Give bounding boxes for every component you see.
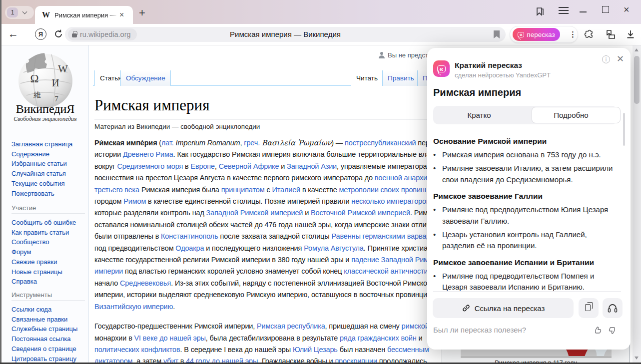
retell-logo-icon: « [433,60,450,77]
wiki-link[interactable]: Римом [123,197,146,205]
tab-discussion[interactable]: Обсуждение [120,70,171,86]
sidebar-link[interactable]: Ссылки сюда [11,305,85,315]
mode-brief[interactable]: Кратко [433,106,525,124]
more-options-icon[interactable]: ⋮ [569,30,577,39]
wiki-link[interactable]: Европе [190,162,215,170]
article-text: . В середине I века до нашей эры [180,346,293,354]
thumbs-up-icon[interactable] [594,326,602,335]
summary-bullet: •Римская империя основана в 753 году до … [433,149,618,160]
wiki-link[interactable]: Средиземного моря [117,162,183,170]
wiki-wordmark[interactable]: ВикипедиЯ [1,102,89,116]
sidebar-link[interactable]: Как править статьи [11,228,85,238]
url-chip[interactable]: ru.wikipedia.org [68,28,137,40]
sidebar-link[interactable]: Связанные правки [11,315,85,325]
wiki-link[interactable]: постреспубликанский [345,139,416,147]
extensions-puzzle-icon[interactable] [584,28,596,40]
retell-link-button[interactable]: Ссылка на пересказ [433,298,574,318]
downloads-icon[interactable] [625,29,636,40]
article-subtitle: Материал из Википедии — свободной энцикл… [94,123,260,130]
tab-group-control[interactable]: 1 [5,6,34,19]
info-icon[interactable]: i [602,55,610,63]
panel-scrollbar[interactable] [623,113,625,146]
wiki-link[interactable]: лат. [161,139,174,147]
wiki-link[interactable]: несколько императоров [351,197,430,205]
wiki-link[interactable]: классической античности [344,267,428,275]
wiki-link[interactable]: Византийскую империю [94,303,173,311]
browser-menu-icon[interactable] [559,7,569,16]
wiki-link[interactable]: Восточной Римской империей [311,209,410,217]
wiki-link[interactable]: Равенны германскими варварами [331,232,443,240]
wiki-link[interactable]: политических конфликтов [94,346,180,354]
wiki-link[interactable]: Италией [272,186,300,194]
yandex-button[interactable]: Я [35,28,46,40]
wiki-link[interactable]: Юлий Цезарь [293,346,338,354]
wiki-link[interactable]: Ромула Августула [304,244,364,252]
thumbs-down-icon[interactable] [608,326,617,335]
wiki-link[interactable]: метрополии своих провинций [339,186,437,194]
sidebar-link[interactable]: Форум [11,247,85,257]
wiki-link[interactable]: Средневековья [120,279,171,287]
wiki-link[interactable]: Северной Африке [219,162,279,170]
sidebar-link[interactable]: Пожертвовать [11,189,72,199]
sidebar-link[interactable]: Сообщить об ошибке [11,218,85,228]
sidebar-link[interactable]: Текущие события [11,179,72,189]
sidebar-link[interactable]: Случайная статья [11,169,72,179]
copy-button[interactable] [579,298,599,318]
summary-section-heading: Основание Римской империи [433,136,618,146]
retell-panel: « Краткий пересказ сделан нейросетью Yan… [427,48,631,350]
article-text: , была дестабилизирована в результате [206,334,340,342]
sidebar-link[interactable]: Постоянная ссылка [11,334,85,344]
scroll-down-arrow[interactable] [635,357,639,360]
wiki-link[interactable]: Римская республика [257,322,325,330]
wiki-link[interactable]: Западной Римской империей [206,209,303,217]
user-status[interactable]: Вы не предст [378,51,428,59]
wiki-link[interactable]: VI веке до нашей эры [134,334,206,342]
sidebar-panels-icon[interactable] [605,28,617,40]
listen-button[interactable] [603,298,623,318]
wikipedia-logo[interactable]: W Ω И 維 7 [14,51,76,109]
wiki-link[interactable]: греч. [244,139,260,147]
wiki-link[interactable]: Одоакра [175,244,204,252]
reload-button[interactable] [53,28,64,39]
nav-group-title: Участие [11,204,85,214]
article-text: , пришедшая на смену [325,322,402,330]
sidebar-link[interactable]: Содержание [11,149,72,159]
sidebar-link[interactable]: Заглавная страница [11,139,72,149]
browser-tab[interactable]: W Римская империя — Ви × [35,6,133,24]
person-icon [378,52,385,58]
address-bar[interactable]: Римская империя — Википедия ru.wikipedia… [65,27,506,42]
tab-read[interactable]: Читать [351,70,383,86]
wiki-link[interactable]: Древнего Рима [123,150,173,158]
sidebar-link[interactable]: Служебные страницы [11,324,85,334]
sidebar-link[interactable]: Сведения о странице [11,344,85,354]
wiki-link[interactable]: принципатом [221,186,265,194]
sidebar-link[interactable]: Справка [11,277,85,287]
retell-button[interactable]: « пересказ [513,28,560,41]
mode-detailed[interactable]: Подробно [525,106,617,124]
wiki-link[interactable]: Западной Азии [287,162,337,170]
page-scrollbar[interactable] [633,45,641,364]
wiki-link[interactable]: ряда гражданских войн [340,334,417,342]
sidebar-link[interactable]: Новые страницы [11,267,85,277]
new-tab-button[interactable]: + [139,6,145,19]
panels-icon[interactable] [535,6,546,17]
tab-close-icon[interactable]: × [119,10,124,19]
article-text: под властью германских королей условно з… [123,267,344,275]
window-close-button[interactable]: × [624,4,630,15]
wiki-link[interactable]: Константинополь [161,232,218,240]
summary-bullet: •Римляне завоевали Италию, а затем расши… [433,163,618,185]
wiki-link[interactable]: римской [402,322,429,330]
panel-close-icon[interactable]: ✕ [617,53,624,64]
article-body: Ри́мская импе́рия (лат. Imperium Romanum… [94,137,452,364]
sidebar-link[interactable]: Свежие правки [11,257,85,267]
article-text: в [183,162,190,170]
maximize-button[interactable] [602,6,609,13]
sidebar-link[interactable]: Избранные статьи [11,159,72,169]
minimize-button[interactable] [580,11,587,12]
retell-widget: « пересказ ⋮ [510,26,578,43]
sidebar-link[interactable]: Сообщество [11,237,85,247]
scroll-up-arrow[interactable] [635,48,639,51]
scroll-thumb[interactable] [634,56,640,104]
back-button[interactable]: ← [8,28,18,40]
tab-edit[interactable]: Править [382,70,420,86]
